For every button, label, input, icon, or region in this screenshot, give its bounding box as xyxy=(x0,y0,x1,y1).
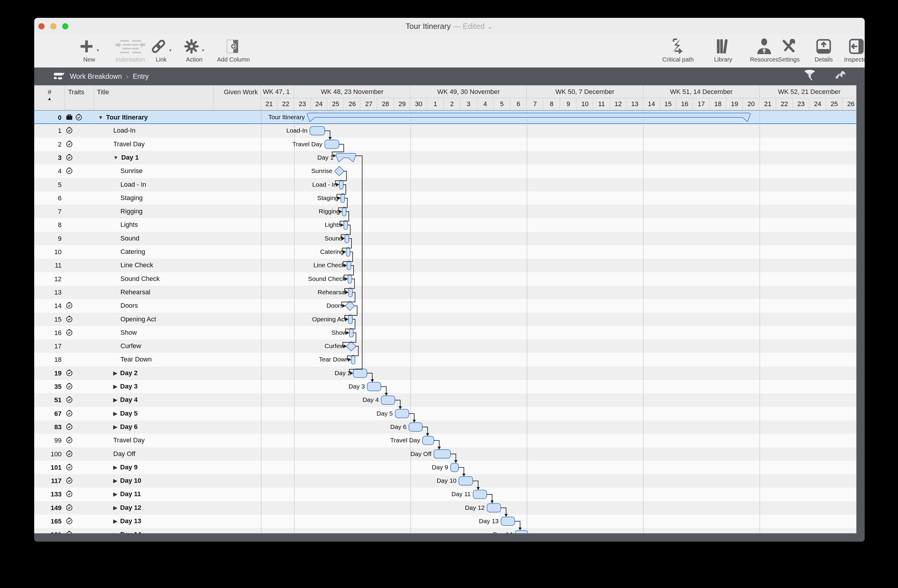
clock-icon xyxy=(66,423,73,431)
gantt-task-bar[interactable] xyxy=(381,396,395,404)
gantt-task-bar[interactable] xyxy=(342,207,346,216)
gantt-task-bar[interactable] xyxy=(473,490,487,499)
gantt-task-bar[interactable] xyxy=(501,517,515,525)
task-title[interactable]: Sound Check xyxy=(120,275,160,283)
breadcrumb-item-work-breakdown[interactable]: Work Breakdown xyxy=(70,72,122,81)
gantt-group-bar[interactable] xyxy=(307,113,750,121)
task-title[interactable]: Line Check xyxy=(120,261,153,269)
task-title[interactable]: Rigging xyxy=(120,207,143,215)
day-header: 4 xyxy=(477,98,494,110)
gantt-task-bar[interactable] xyxy=(423,436,434,445)
gantt-task-bar[interactable] xyxy=(310,126,325,135)
task-title[interactable]: ▶Day 13 xyxy=(113,517,141,525)
task-title[interactable]: Sound xyxy=(120,235,140,242)
column-header-traits[interactable]: Traits xyxy=(65,85,94,110)
gantt-task-bar[interactable] xyxy=(353,369,367,378)
gantt-task-bar[interactable] xyxy=(349,315,352,324)
critical-path-button[interactable]: Critical path xyxy=(656,37,700,63)
link-button[interactable]: ▼ Link xyxy=(145,37,177,63)
inspector-button[interactable]: Inspector xyxy=(837,37,865,63)
task-title[interactable]: ▼Day 1 xyxy=(113,154,139,161)
task-title[interactable]: Travel Day xyxy=(113,436,145,444)
gantt-task-bar[interactable] xyxy=(349,288,352,297)
task-title[interactable]: Show xyxy=(120,329,137,336)
filter-funnel-icon[interactable] xyxy=(803,69,817,83)
library-button[interactable]: Library xyxy=(707,37,740,63)
task-title[interactable]: Lights xyxy=(120,221,138,229)
task-title[interactable]: ▶Day 11 xyxy=(113,490,141,498)
gantt-task-bar[interactable] xyxy=(459,476,473,485)
task-title[interactable]: ▶Day 12 xyxy=(113,504,141,511)
title-bar[interactable]: Tour Itinerary — Edited ⌄ xyxy=(34,18,865,35)
gantt-task-bar[interactable] xyxy=(347,261,351,270)
dropdown-arrow-icon[interactable]: ▼ xyxy=(169,48,172,55)
task-title[interactable]: Staging xyxy=(120,194,143,202)
gantt-task-bar[interactable] xyxy=(434,450,451,458)
action-button[interactable]: ▼ Action xyxy=(176,37,212,63)
task-title[interactable]: Curfew xyxy=(120,342,141,350)
task-title[interactable]: Load - In xyxy=(120,181,146,189)
task-title[interactable]: Opening Act xyxy=(120,315,156,323)
gantt-task-bar[interactable] xyxy=(345,234,349,243)
gantt-milestone-diamond[interactable] xyxy=(335,166,344,176)
gantt-task-bar[interactable] xyxy=(339,180,343,189)
task-title[interactable]: ▶Day 2 xyxy=(113,369,138,377)
details-button[interactable]: Details xyxy=(807,37,840,63)
task-title[interactable]: Catering xyxy=(120,248,145,256)
new-button[interactable]: ▼ New xyxy=(73,37,106,63)
disclosure-collapsed-icon[interactable]: ▶ xyxy=(113,491,117,497)
disclosure-collapsed-icon[interactable]: ▶ xyxy=(113,410,117,417)
settings-button[interactable]: Settings xyxy=(771,37,807,63)
gantt-task-bar[interactable] xyxy=(351,355,355,364)
task-title[interactable]: ▶Day 14 xyxy=(113,531,141,533)
disclosure-collapsed-icon[interactable]: ▶ xyxy=(113,384,117,390)
column-header-title[interactable]: Title xyxy=(94,85,214,110)
task-title[interactable]: Sunrise xyxy=(120,167,143,175)
gantt-task-bar[interactable] xyxy=(349,328,353,337)
task-title[interactable]: ▶Day 3 xyxy=(113,382,138,390)
gantt-task-bar[interactable] xyxy=(395,409,409,418)
gantt-group-bar[interactable] xyxy=(336,154,356,162)
gantt-task-bar[interactable] xyxy=(451,463,458,472)
add-column-button[interactable]: Add Column xyxy=(212,37,254,63)
column-header-number[interactable]: # ▲ xyxy=(34,85,65,110)
disclosure-collapsed-icon[interactable]: ▶ xyxy=(113,397,117,403)
disclosure-collapsed-icon[interactable]: ▶ xyxy=(113,464,117,471)
dropdown-arrow-icon[interactable]: ▼ xyxy=(201,48,205,55)
task-title[interactable]: ▶Day 5 xyxy=(113,410,138,418)
disclosure-collapsed-icon[interactable]: ▶ xyxy=(113,518,117,524)
gantt-task-bar[interactable] xyxy=(515,530,528,533)
task-title[interactable]: Rehearsal xyxy=(120,289,150,296)
wrench-icon[interactable] xyxy=(833,69,847,83)
gantt-task-bar[interactable] xyxy=(487,504,501,512)
disclosure-expanded-icon[interactable]: ▼ xyxy=(98,115,103,121)
gantt-milestone-diamond[interactable] xyxy=(345,301,355,311)
disclosure-collapsed-icon[interactable]: ▶ xyxy=(113,370,117,376)
task-title[interactable]: ▶Day 10 xyxy=(113,477,141,485)
column-header-given-work[interactable]: Given Work xyxy=(214,85,261,110)
dropdown-arrow-icon[interactable]: ▼ xyxy=(96,48,100,55)
gantt-task-bar[interactable] xyxy=(344,221,348,229)
task-title[interactable]: ▶Day 6 xyxy=(113,423,138,431)
task-title[interactable]: Load-In xyxy=(113,127,135,134)
task-title[interactable]: ▶Day 9 xyxy=(113,464,138,471)
gantt-task-bar[interactable] xyxy=(348,274,352,283)
gantt-task-bar[interactable] xyxy=(409,423,422,431)
gantt-milestone-diamond[interactable] xyxy=(346,342,356,351)
breadcrumb-item-entry[interactable]: Entry xyxy=(132,72,149,81)
disclosure-collapsed-icon[interactable]: ▶ xyxy=(113,505,117,511)
task-title[interactable]: ▼Tour Itinerary xyxy=(98,114,148,121)
gantt-task-bar[interactable] xyxy=(346,248,350,256)
disclosure-collapsed-icon[interactable]: ▶ xyxy=(113,478,117,484)
gantt-task-bar[interactable] xyxy=(341,193,344,203)
gantt-task-bar[interactable] xyxy=(367,382,381,391)
task-title[interactable]: Day Off xyxy=(113,450,135,458)
task-title[interactable]: Doors xyxy=(120,302,138,309)
task-title[interactable]: Tear Down xyxy=(120,356,152,363)
task-title[interactable]: Travel Day xyxy=(113,140,145,148)
disclosure-expanded-icon[interactable]: ▼ xyxy=(113,155,118,161)
disclosure-collapsed-icon[interactable]: ▶ xyxy=(113,424,117,430)
gantt-task-bar[interactable] xyxy=(325,140,339,149)
chevron-down-icon[interactable]: ⌄ xyxy=(487,22,493,31)
task-title[interactable]: ▶Day 4 xyxy=(113,396,138,404)
